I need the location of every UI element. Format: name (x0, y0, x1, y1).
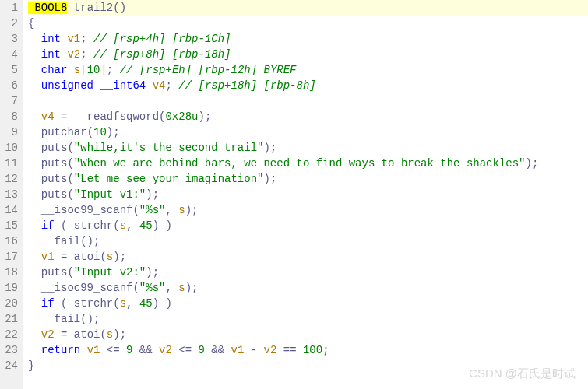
code-line[interactable]: char s[10]; // [rsp+Eh] [rbp-12h] BYREF (28, 62, 588, 78)
line-number: 24 (0, 358, 18, 373)
code-line[interactable]: } (28, 358, 588, 373)
lparen: ( (67, 173, 73, 185)
brace: { (28, 17, 34, 30)
call-scanf: __isoc99_scanf (41, 204, 133, 216)
code-line[interactable]: v1 = atoi(s); (28, 249, 588, 265)
code-line[interactable]: if ( strchr(s, 45) ) (28, 296, 588, 311)
string-literal: "Let me see your imagination" (74, 173, 264, 185)
call-puts: puts (41, 173, 68, 185)
semi: ; (153, 266, 159, 279)
line-number: 8 (0, 109, 18, 124)
code-line[interactable]: __isoc99_scanf("%s", s); (28, 202, 588, 218)
semi: ; (270, 142, 276, 154)
keyword-if: if (41, 219, 55, 232)
rparen: ) (185, 204, 192, 216)
code-line[interactable]: puts("Input v2:"); (28, 265, 588, 280)
rparen: ) (107, 126, 113, 138)
line-number: 7 (0, 93, 18, 109)
rparen: ) (185, 282, 192, 294)
code-line[interactable]: puts("When we are behind bars, we need t… (28, 156, 588, 171)
code-line[interactable]: { (28, 16, 588, 31)
rparen: ) (153, 297, 159, 310)
type-int: int (41, 33, 61, 45)
code-line[interactable]: puts("while,it's the second trail"); (28, 140, 588, 156)
code-line[interactable]: fail(); (28, 311, 588, 327)
space (67, 297, 73, 310)
space (55, 297, 61, 310)
arg: 10 (93, 126, 107, 138)
paren: () (113, 2, 126, 14)
indent (28, 235, 55, 247)
bracket: ] (100, 64, 106, 76)
indent (28, 33, 41, 45)
call-readfsqword: __readfsqword (74, 110, 159, 123)
type-unsigned: unsigned (41, 79, 93, 92)
rparen: ) (526, 157, 532, 170)
call-puts: puts (41, 266, 68, 279)
space (146, 79, 152, 92)
var-v2: v2 (67, 48, 80, 61)
rparen: ) (166, 297, 172, 310)
code-line[interactable]: int v2; // [rsp+8h] [rbp-18h] (28, 47, 588, 62)
code-line[interactable] (28, 93, 588, 109)
comma: , (126, 219, 139, 232)
call-atoi: atoi (74, 328, 100, 341)
code-area[interactable]: _BOOL8 trail2() { int v1; // [rsp+4h] [r… (23, 0, 588, 389)
code-line[interactable]: _BOOL8 trail2() (28, 0, 588, 16)
semi: ; (165, 79, 171, 92)
rparen: ) (146, 188, 152, 201)
string-literal: "Input v2:" (74, 266, 146, 279)
semi: ; (93, 235, 100, 247)
line-number: 13 (0, 187, 18, 202)
semi: ; (120, 251, 126, 263)
type-int64: __int64 (100, 79, 146, 92)
code-line[interactable]: v2 = atoi(s); (28, 327, 588, 342)
code-line[interactable]: if ( strchr(s, 45) ) (28, 218, 588, 233)
code-line[interactable]: putchar(10); (28, 124, 588, 140)
code-line[interactable]: int v1; // [rsp+4h] [rbp-1Ch] (28, 31, 588, 47)
indent (28, 344, 41, 356)
space (80, 344, 86, 356)
indent (28, 251, 41, 263)
rparen: ) (263, 173, 269, 185)
semi: ; (107, 64, 113, 76)
call-fail: fail (55, 313, 81, 325)
code-line[interactable]: __isoc99_scanf("%s", s); (28, 280, 588, 296)
comma: , (165, 204, 178, 216)
line-number: 22 (0, 327, 18, 342)
call-strchr: strchr (74, 219, 113, 232)
var-v1: v1 (87, 344, 100, 356)
line-number: 18 (0, 265, 18, 280)
code-line[interactable]: puts("Input v1:"); (28, 187, 588, 202)
code-line[interactable]: fail(); (28, 233, 588, 249)
paren: () (80, 235, 93, 247)
semi: ; (205, 110, 211, 123)
string-literal: "while,it's the second trail" (74, 142, 264, 154)
line-number: 5 (0, 62, 18, 78)
call-atoi: atoi (74, 251, 100, 263)
indent (28, 173, 41, 185)
var-s: s (107, 251, 113, 263)
rparen: ) (113, 251, 119, 263)
assign: = (55, 110, 74, 123)
line-number: 20 (0, 296, 18, 311)
line-number: 19 (0, 280, 18, 296)
indent (28, 126, 41, 138)
code-line[interactable]: v4 = __readfsqword(0x28u); (28, 109, 588, 124)
code-line[interactable]: unsigned __int64 v4; // [rsp+18h] [rbp-8… (28, 78, 588, 93)
call-puts: puts (41, 157, 68, 170)
space (87, 33, 93, 45)
return-type: _BOOL8 (28, 2, 67, 14)
var-s: s (178, 204, 185, 216)
line-number: 4 (0, 47, 18, 62)
assign: = (55, 328, 74, 341)
comment: // [rsp+Eh] [rbp-12h] BYREF (120, 64, 297, 76)
line-number: 12 (0, 171, 18, 187)
space (67, 64, 73, 76)
semi: ; (153, 188, 159, 201)
code-line[interactable]: return v1 <= 9 && v2 <= 9 && v1 - v2 == … (28, 342, 588, 358)
var-v2: v2 (159, 344, 172, 356)
line-number: 14 (0, 202, 18, 218)
call-putchar: putchar (41, 126, 87, 138)
code-line[interactable]: puts("Let me see your imagination"); (28, 171, 588, 187)
